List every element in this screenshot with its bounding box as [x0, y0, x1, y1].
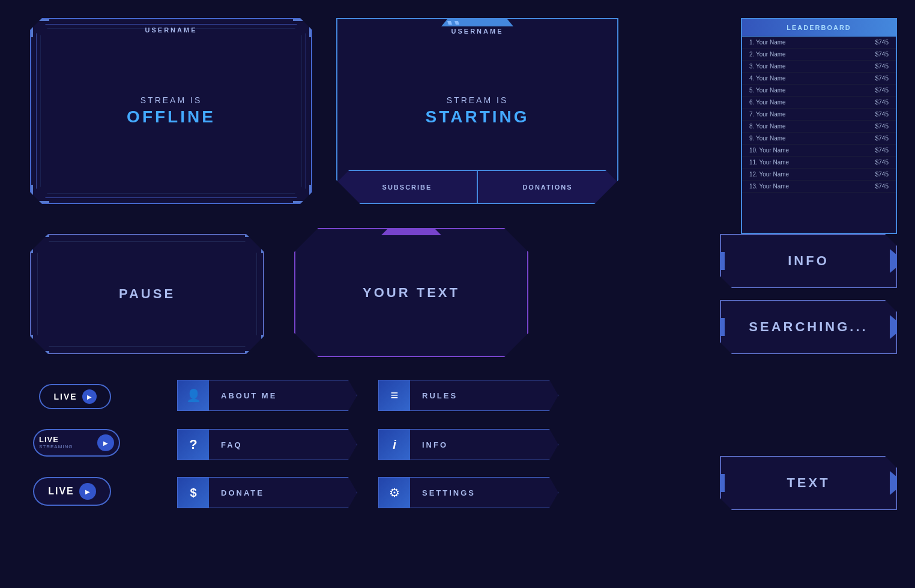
lb-amount: $745: [875, 51, 889, 58]
lb-amount: $745: [875, 159, 889, 166]
settings-button[interactable]: ⚙ SETTINGS: [378, 477, 558, 508]
lb-rank: 10. Your Name: [749, 147, 789, 154]
subscribe-button[interactable]: SUBSCRIBE: [337, 170, 477, 203]
lb-amount: $745: [875, 111, 889, 118]
lb-rank: 1. Your Name: [749, 39, 786, 46]
rules-button[interactable]: ≡ RULES: [378, 380, 558, 411]
faq-button[interactable]: ? FAQ: [177, 429, 357, 460]
text-label: TEXT: [787, 475, 830, 491]
lb-rank: 8. Your Name: [749, 123, 786, 130]
faq-icon: ?: [178, 430, 209, 460]
leaderboard-title: LEADERBOARD: [742, 19, 896, 37]
rules-label: RULES: [410, 391, 458, 400]
donations-button[interactable]: DONATIONS: [477, 170, 617, 203]
lb-rank: 7. Your Name: [749, 111, 786, 118]
yourtext-label: YOUR TEXT: [363, 285, 460, 301]
leaderboard-row: 3. Your Name$745: [742, 61, 896, 73]
lb-amount: $745: [875, 135, 889, 142]
leaderboard-row: 13. Your Name$745: [742, 181, 896, 193]
info-menu-button[interactable]: i INFO: [378, 429, 558, 460]
leaderboard-row: 12. Your Name$745: [742, 169, 896, 181]
leaderboard-row: 10. Your Name$745: [742, 145, 896, 157]
live-label-3: LIVE: [48, 486, 74, 497]
starting-stream-label: STREAM IS: [447, 95, 508, 105]
leaderboard-row: 1. Your Name$745: [742, 37, 896, 49]
lb-rank: 2. Your Name: [749, 51, 786, 58]
offline-status: OFFLINE: [127, 107, 216, 127]
offline-panel: USERNAME STREAM IS OFFLINE: [30, 18, 312, 204]
play-icon-2: ▶: [97, 434, 114, 451]
lb-rank: 4. Your Name: [749, 75, 786, 82]
streaming-label: STREAMING: [39, 445, 73, 450]
lb-amount: $745: [875, 183, 889, 190]
live-button-1[interactable]: LIVE ▶: [39, 384, 111, 409]
about-me-icon: 👤: [178, 380, 209, 410]
leaderboard-panel: LEADERBOARD 1. Your Name$7452. Your Name…: [741, 18, 897, 234]
play-icon-1: ▶: [82, 389, 97, 404]
lb-amount: $745: [875, 75, 889, 82]
settings-icon: ⚙: [379, 478, 410, 508]
about-me-label: ABOUT ME: [209, 391, 277, 400]
play-icon-3: ▶: [79, 483, 96, 500]
yourtext-panel: YOUR TEXT: [294, 228, 528, 357]
live-label-2: LIVE: [39, 436, 73, 444]
starting-panel: USERNAME STREAM IS STARTING SUBSCRIBE DO…: [336, 18, 618, 204]
lb-rank: 11. Your Name: [749, 159, 789, 166]
text-panel: TEXT: [720, 456, 897, 510]
info-menu-label: INFO: [410, 440, 448, 449]
searching-panel: SEARCHING...: [720, 300, 897, 354]
lb-rank: 13. Your Name: [749, 183, 789, 190]
about-me-button[interactable]: 👤 ABOUT ME: [177, 380, 357, 411]
searching-label: SEARCHING...: [749, 319, 868, 335]
lb-amount: $745: [875, 147, 889, 154]
rules-icon: ≡: [379, 380, 410, 410]
lb-amount: $745: [875, 87, 889, 94]
info-menu-icon: i: [379, 430, 410, 460]
info-panel: INFO: [720, 234, 897, 288]
lb-rank: 6. Your Name: [749, 99, 786, 106]
donate-icon: $: [178, 478, 209, 508]
live-button-2[interactable]: LIVE STREAMING ▶: [33, 429, 120, 457]
info-label: INFO: [788, 253, 829, 269]
lb-amount: $745: [875, 63, 889, 70]
leaderboard-row: 9. Your Name$745: [742, 133, 896, 145]
lb-rank: 12. Your Name: [749, 171, 789, 178]
live-text-block-2: LIVE STREAMING: [39, 436, 73, 449]
leaderboard-row: 6. Your Name$745: [742, 97, 896, 109]
leaderboard-list: 1. Your Name$7452. Your Name$7453. Your …: [742, 37, 896, 193]
live-label-1: LIVE: [53, 392, 77, 401]
donate-label: DONATE: [209, 488, 264, 497]
pause-panel: PAUSE: [30, 234, 264, 354]
donate-button[interactable]: $ DONATE: [177, 477, 357, 508]
starting-bottom-bar: SUBSCRIBE DONATIONS: [337, 170, 617, 203]
leaderboard-row: 7. Your Name$745: [742, 109, 896, 121]
lb-amount: $745: [875, 123, 889, 130]
leaderboard-row: 11. Your Name$745: [742, 157, 896, 169]
leaderboard-row: 4. Your Name$745: [742, 73, 896, 85]
settings-label: SETTINGS: [410, 488, 476, 497]
lb-rank: 5. Your Name: [749, 87, 786, 94]
starting-username: USERNAME: [451, 19, 504, 35]
offline-stream-label: STREAM IS: [140, 95, 202, 105]
lb-amount: $745: [875, 99, 889, 106]
leaderboard-row: 2. Your Name$745: [742, 49, 896, 61]
starting-status: STARTING: [425, 107, 529, 127]
lb-amount: $745: [875, 171, 889, 178]
faq-label: FAQ: [209, 440, 243, 449]
leaderboard-row: 8. Your Name$745: [742, 121, 896, 133]
leaderboard-row: 5. Your Name$745: [742, 85, 896, 97]
live-button-3[interactable]: LIVE ▶: [33, 477, 111, 506]
lb-rank: 9. Your Name: [749, 135, 786, 142]
lb-amount: $745: [875, 39, 889, 46]
lb-rank: 3. Your Name: [749, 63, 786, 70]
